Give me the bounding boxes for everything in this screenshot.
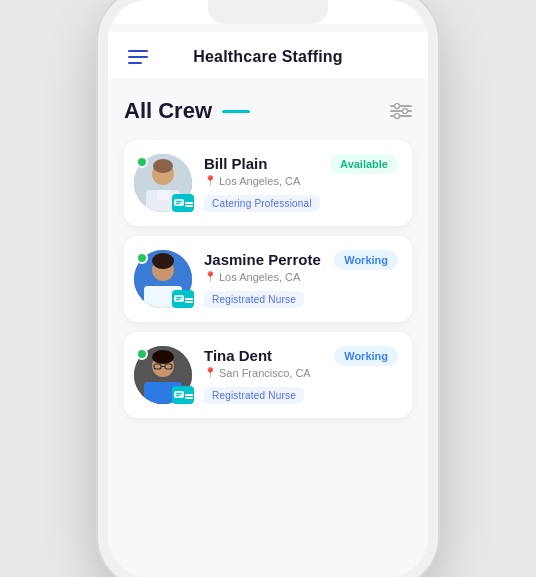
crew-location-text-tina: San Francisco, CA (219, 367, 311, 379)
svg-rect-30 (176, 393, 182, 394)
svg-rect-11 (174, 199, 184, 206)
main-content: All Crew (108, 78, 428, 438)
chat-svg-bill (173, 198, 185, 208)
crew-location-jasmine: 📍 Los Angeles, CA (204, 271, 398, 283)
status-dot-tina (136, 348, 148, 360)
crew-location-bill: 📍 Los Angeles, CA (204, 175, 398, 187)
avatar-container-tina (134, 346, 192, 404)
crew-location-text-bill: Los Angeles, CA (219, 175, 300, 187)
hamburger-line-3 (128, 62, 142, 64)
header-title: Healthcare Staffing (193, 48, 343, 66)
svg-rect-29 (174, 391, 184, 398)
title-dash (222, 110, 250, 113)
status-badge-jasmine: Working (334, 250, 398, 270)
crew-location-tina: 📍 San Francisco, CA (204, 367, 398, 379)
crew-tag-jasmine: Registrated Nurse (204, 291, 304, 308)
svg-rect-10 (157, 190, 169, 200)
status-dot-jasmine (136, 252, 148, 264)
crew-tag-tina: Registrated Nurse (204, 387, 304, 404)
svg-point-8 (153, 159, 173, 173)
svg-point-3 (395, 104, 400, 109)
avatar-container-jasmine (134, 250, 192, 308)
phone-notch (208, 0, 328, 24)
status-badge-tina: Working (334, 346, 398, 366)
location-icon-bill: 📍 (204, 175, 216, 186)
svg-point-16 (152, 253, 174, 269)
location-icon-jasmine: 📍 (204, 271, 216, 282)
chat-svg-jasmine (173, 294, 185, 304)
hamburger-line-1 (128, 50, 148, 52)
svg-rect-12 (176, 201, 182, 202)
chat-icon-tina[interactable] (172, 386, 194, 404)
section-header: All Crew (124, 98, 412, 124)
phone-shell: Healthcare Staffing All Crew (108, 0, 428, 577)
location-icon-tina: 📍 (204, 367, 216, 378)
svg-point-27 (152, 350, 174, 364)
crew-card-jasmine-perrote[interactable]: Jasmine Perrote 📍 Los Angeles, CA Regist… (124, 236, 412, 322)
crew-location-text-jasmine: Los Angeles, CA (219, 271, 300, 283)
chat-svg-tina (173, 390, 185, 400)
crew-list: Bill Plain 📍 Los Angeles, CA Catering Pr… (124, 140, 412, 418)
section-title-row: All Crew (124, 98, 250, 124)
status-badge-bill: Available (330, 154, 398, 174)
crew-card-tina-dent[interactable]: Tina Dent 📍 San Francisco, CA Registrate… (124, 332, 412, 418)
app-header: Healthcare Staffing (108, 32, 428, 78)
chat-icon-bill[interactable] (172, 194, 194, 212)
crew-tag-bill: Catering Professional (204, 195, 320, 212)
svg-rect-31 (176, 395, 180, 396)
filter-button[interactable] (390, 102, 412, 120)
svg-rect-19 (174, 295, 184, 302)
svg-point-5 (395, 114, 400, 119)
avatar-container-bill (134, 154, 192, 212)
chat-icon-jasmine[interactable] (172, 290, 194, 308)
svg-rect-21 (176, 299, 180, 300)
svg-rect-20 (176, 297, 182, 298)
app-content: Healthcare Staffing All Crew (108, 24, 428, 577)
hamburger-line-2 (128, 56, 148, 58)
status-dot-bill (136, 156, 148, 168)
filter-icon (390, 102, 412, 120)
section-title: All Crew (124, 98, 212, 124)
svg-rect-13 (176, 203, 180, 204)
crew-card-bill-plain[interactable]: Bill Plain 📍 Los Angeles, CA Catering Pr… (124, 140, 412, 226)
svg-point-4 (403, 109, 408, 114)
menu-button[interactable] (128, 50, 148, 64)
